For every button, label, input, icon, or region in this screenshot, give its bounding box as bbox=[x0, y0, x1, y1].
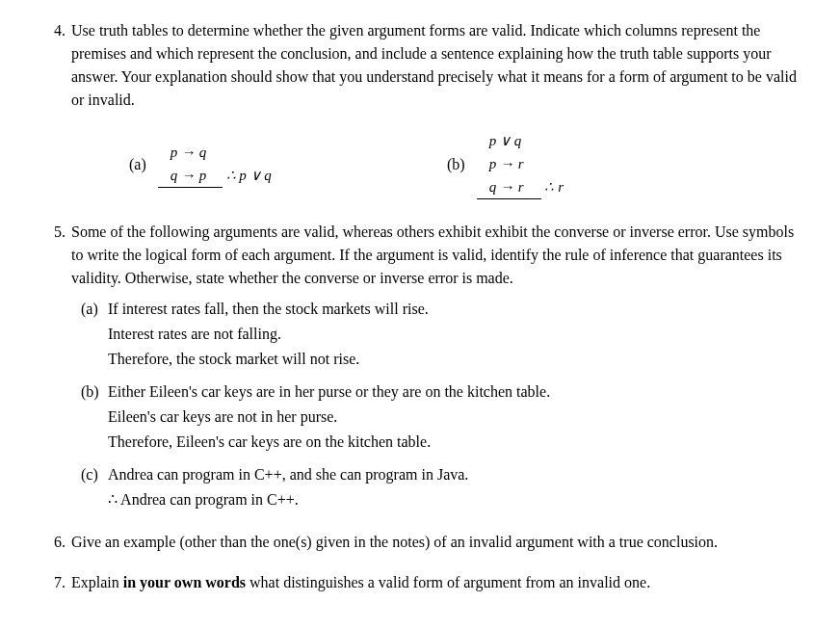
conclusion-line: ∴ p ∨ q bbox=[226, 164, 272, 187]
premise-line: q → r bbox=[477, 175, 541, 199]
part-4a: (a) p → q q → p ∴ p ∨ q bbox=[129, 129, 447, 199]
conclusion-line: ∴ r bbox=[544, 175, 564, 198]
problem-6: 6. Give an example (other than the one(s… bbox=[39, 531, 801, 554]
problem-body: Explain in your own words what distingui… bbox=[71, 571, 801, 594]
statement-line: Eileen's car keys are not in her purse. bbox=[108, 406, 801, 429]
part-body: If interest rates fall, then the stock m… bbox=[108, 298, 801, 373]
problem-5: 5. Some of the following arguments are v… bbox=[39, 221, 801, 513]
problem-7: 7. Explain in your own words what distin… bbox=[39, 571, 801, 594]
problem-body: Some of the following arguments are vali… bbox=[71, 221, 801, 513]
statement-line: ∴ Andrea can program in C++. bbox=[108, 488, 801, 511]
problem-number: 7. bbox=[39, 571, 71, 594]
problem-body: Give an example (other than the one(s) g… bbox=[71, 531, 801, 554]
part-5a: (a) If interest rates fall, then the sto… bbox=[81, 298, 801, 373]
problem-text-bold: in your own words bbox=[123, 574, 246, 590]
premise-line: p → q bbox=[158, 141, 272, 164]
premise-line: q → p bbox=[158, 164, 223, 188]
part-body: Either Eileen's car keys are in her purs… bbox=[108, 380, 801, 456]
problem-number: 5. bbox=[39, 221, 71, 513]
problem-body: Use truth tables to determine whether th… bbox=[71, 19, 801, 203]
part-label: (a) bbox=[129, 153, 146, 176]
part-label: (b) bbox=[447, 153, 465, 176]
premise-line: p → r bbox=[477, 152, 564, 175]
statement-line: If interest rates fall, then the stock m… bbox=[108, 298, 801, 321]
statement-line: Therefore, the stock market will not ris… bbox=[108, 348, 801, 371]
part-4b: (b) p ∨ q p → r q → r ∴ r bbox=[447, 129, 736, 199]
part-body: Andrea can program in C++, and she can p… bbox=[108, 463, 801, 513]
document-page: 4. Use truth tables to determine whether… bbox=[0, 0, 840, 628]
premise-line: p ∨ q bbox=[477, 129, 564, 152]
problem-text-post: what distinguishes a valid form of argum… bbox=[246, 574, 650, 590]
problem-text: Some of the following arguments are vali… bbox=[71, 221, 801, 290]
part-5b: (b) Either Eileen's car keys are in her … bbox=[81, 380, 801, 456]
part-5c: (c) Andrea can program in C++, and she c… bbox=[81, 463, 801, 513]
statement-line: Either Eileen's car keys are in her purs… bbox=[108, 380, 801, 404]
statement-line: Therefore, Eileen's car keys are on the … bbox=[108, 431, 801, 454]
problem-number: 6. bbox=[39, 531, 71, 554]
argument-form: p ∨ q p → r q → r ∴ r bbox=[477, 129, 564, 199]
part-label: (c) bbox=[81, 463, 108, 513]
argument-form: p → q q → p ∴ p ∨ q bbox=[158, 141, 272, 188]
part-label: (b) bbox=[81, 380, 108, 456]
problem-4: 4. Use truth tables to determine whether… bbox=[39, 19, 801, 203]
problem-text: Give an example (other than the one(s) g… bbox=[71, 531, 801, 554]
problem-text-pre: Explain bbox=[71, 574, 123, 590]
arguments-row: (a) p → q q → p ∴ p ∨ q (b) p ∨ q p → r … bbox=[71, 129, 801, 199]
part-label: (a) bbox=[81, 298, 108, 373]
statement-line: Andrea can program in C++, and she can p… bbox=[108, 463, 801, 486]
problem-text: Use truth tables to determine whether th… bbox=[71, 19, 801, 112]
statement-line: Interest rates are not falling. bbox=[108, 323, 801, 346]
problem-number: 4. bbox=[39, 19, 71, 203]
